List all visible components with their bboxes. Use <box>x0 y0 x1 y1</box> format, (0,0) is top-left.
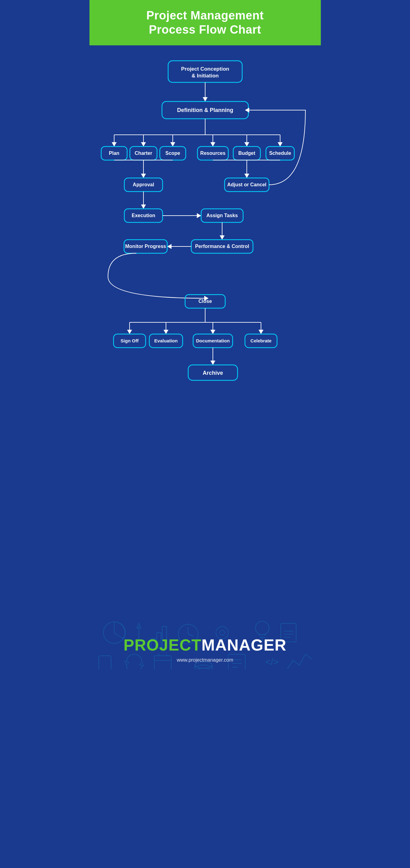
brand-url: www.projectmanager.com <box>90 657 321 669</box>
svg-text:Scope: Scope <box>165 151 180 156</box>
svg-text:Schedule: Schedule <box>269 151 291 156</box>
page-title: Project Management Process Flow Chart <box>102 9 309 37</box>
svg-text:Monitor Progress: Monitor Progress <box>125 244 166 249</box>
flowchart-svg: Project Conception & Initiation Definiti… <box>90 52 321 600</box>
svg-text:Assign Tasks: Assign Tasks <box>207 213 238 218</box>
svg-text:Archive: Archive <box>202 370 223 376</box>
brand-project: PROJECT <box>123 636 201 654</box>
svg-text:Charter: Charter <box>134 151 152 156</box>
brand-logo: PROJECT MANAGER <box>90 617 321 657</box>
svg-text:Execution: Execution <box>131 213 155 218</box>
svg-text:Plan: Plan <box>109 151 119 156</box>
svg-text:& Initiation: & Initiation <box>192 73 219 79</box>
svg-text:Performance & Control: Performance & Control <box>195 244 249 249</box>
svg-text:Project Conception: Project Conception <box>181 66 229 72</box>
brand-manager: MANAGER <box>201 636 287 654</box>
svg-text:Definition & Planning: Definition & Planning <box>177 107 233 113</box>
svg-text:Resources: Resources <box>200 151 225 156</box>
main-container: Project Management Process Flow Chart Pr… <box>90 0 321 669</box>
svg-text:Sign Off: Sign Off <box>120 338 138 343</box>
header: Project Management Process Flow Chart <box>90 0 321 45</box>
flowchart-container: Project Conception & Initiation Definiti… <box>90 45 321 608</box>
svg-text:Approval: Approval <box>133 182 154 187</box>
footer: </> PROJECT MANAGER www.projectmanager.c… <box>90 608 321 669</box>
svg-text:Evaluation: Evaluation <box>154 338 178 343</box>
svg-text:Adjust or Cancel: Adjust or Cancel <box>227 182 266 187</box>
svg-text:Close: Close <box>198 299 212 304</box>
svg-text:Budget: Budget <box>238 151 255 156</box>
svg-text:Documentation: Documentation <box>196 338 229 343</box>
svg-text:Celebrate: Celebrate <box>250 338 271 343</box>
